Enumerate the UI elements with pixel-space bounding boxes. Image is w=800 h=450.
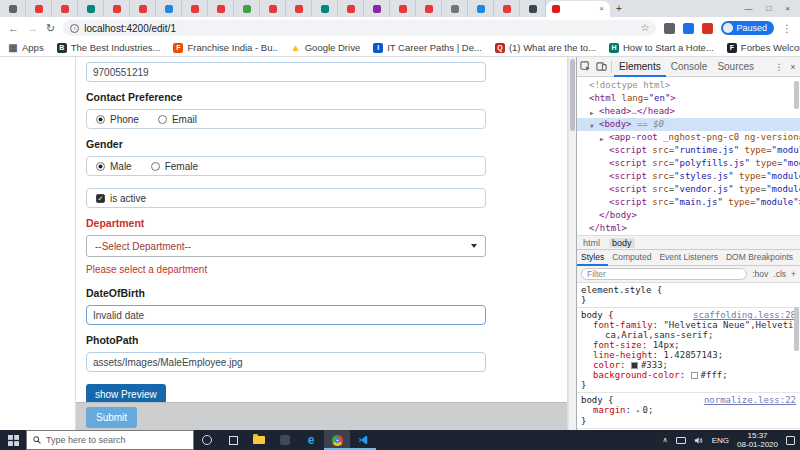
browser-tab[interactable] <box>416 0 442 17</box>
male-radio[interactable] <box>96 162 105 171</box>
tab-close-icon[interactable]: × <box>599 5 604 13</box>
css-property-value[interactable]: 1.42857143; <box>663 350 723 360</box>
css-property-value[interactable]: #333; <box>641 360 668 370</box>
taskbar-clock[interactable]: 15:37 08-01-2020 <box>737 431 778 449</box>
bookmark-item[interactable]: HHow to Start a Hote... <box>609 42 714 53</box>
department-select[interactable]: --Select Department-- <box>86 235 486 257</box>
bookmark-item[interactable]: ▲Google Drive <box>291 42 360 53</box>
css-property-name[interactable]: color <box>593 360 620 370</box>
browser-tab[interactable] <box>26 0 52 17</box>
dom-tree-node[interactable]: <html lang="en"> <box>577 92 800 105</box>
dom-tree-node[interactable]: <!doctype html> <box>577 79 800 92</box>
browser-tab[interactable] <box>182 0 208 17</box>
bookmark-item[interactable]: Q(1) What are the to... <box>495 42 596 53</box>
css-property-name[interactable]: font-family <box>593 320 653 330</box>
network-icon[interactable] <box>676 437 686 444</box>
show-preview-button[interactable]: show Preview <box>86 384 166 404</box>
tab-computed[interactable]: Computed <box>608 249 655 266</box>
bookmark-item[interactable]: ▦Apps <box>8 42 44 53</box>
browser-tab[interactable] <box>520 0 546 17</box>
css-property[interactable]: background-color: #fff; <box>581 370 796 380</box>
devtools-scrollbar-thumb[interactable] <box>794 81 799 109</box>
bookmark-star-icon[interactable]: ☆ <box>641 23 650 33</box>
dom-tree-node[interactable]: ▶<app-root _nghost-png-c0 ng-version="8.… <box>577 131 800 144</box>
browser-tab[interactable] <box>390 0 416 17</box>
date-of-birth-input[interactable] <box>86 305 486 325</box>
css-property-value[interactable]: 14px; <box>653 340 680 350</box>
class-toggle[interactable]: .cls <box>773 269 786 279</box>
browser-tab[interactable] <box>442 0 468 17</box>
file-explorer-icon[interactable] <box>246 430 272 450</box>
browser-tab[interactable] <box>156 0 182 17</box>
tab-sources[interactable]: Sources <box>712 57 759 77</box>
devtools-close-icon[interactable]: × <box>786 62 800 72</box>
css-property-name[interactable]: font-size <box>593 340 642 350</box>
color-swatch[interactable] <box>631 362 638 369</box>
dom-tree-node[interactable]: <script src="polyfills.js" type="module"… <box>577 157 800 170</box>
devtools-scrollbar-thumb[interactable] <box>794 307 799 351</box>
source-file-link[interactable]: scaffolding.less:28 <box>689 310 796 320</box>
new-style-rule-icon[interactable]: + <box>791 269 796 279</box>
shorthand-expander-icon[interactable]: ▸ <box>636 407 640 415</box>
dom-tree-node[interactable]: <script src="vendor.js" type="module"></… <box>577 183 800 196</box>
browser-menu-icon[interactable]: ⋮ <box>782 23 792 34</box>
active-tab[interactable]: × <box>546 1 610 17</box>
css-property-name[interactable]: margin <box>593 405 626 415</box>
vscode-icon[interactable] <box>350 430 376 450</box>
bookmark-item[interactable]: FFranchise India - Bu.. <box>173 42 277 53</box>
browser-tab[interactable] <box>234 0 260 17</box>
start-button[interactable] <box>0 430 26 450</box>
bookmark-item[interactable]: FForbes Welcome <box>727 42 800 53</box>
action-center-icon[interactable] <box>786 436 795 445</box>
browser-tab[interactable] <box>260 0 286 17</box>
styles-filter-input[interactable] <box>581 268 747 280</box>
dom-tree-node[interactable]: <script src="main.js" type="module"></sc… <box>577 196 800 209</box>
task-view-icon[interactable] <box>220 430 246 450</box>
pinned-app-icon[interactable] <box>272 430 298 450</box>
pseudo-state-toggle[interactable]: :hov <box>752 269 768 279</box>
back-icon[interactable]: ← <box>8 23 19 34</box>
css-selector[interactable]: body { <box>581 310 614 320</box>
extension-icon[interactable] <box>683 23 694 34</box>
cortana-icon[interactable] <box>194 430 220 450</box>
dom-tree-node[interactable]: <script src="styles.js" type="module"></… <box>577 170 800 183</box>
email-radio[interactable] <box>158 115 167 124</box>
reload-icon[interactable]: ↻ <box>46 23 55 34</box>
new-tab-button[interactable]: + <box>610 0 628 17</box>
css-property-value[interactable]: #fff; <box>701 370 728 380</box>
browser-tab[interactable] <box>78 0 104 17</box>
css-property[interactable]: color: #333; <box>581 360 796 370</box>
css-property[interactable]: line-height: 1.42857143; <box>581 350 796 360</box>
forward-icon[interactable]: → <box>27 23 38 34</box>
css-selector[interactable]: body { <box>581 395 614 405</box>
tab-event-listeners[interactable]: Event Listeners <box>655 249 722 266</box>
browser-tab[interactable] <box>286 0 312 17</box>
breadcrumb-html[interactable]: html <box>583 238 600 248</box>
css-property[interactable]: font-size: 14px; <box>581 340 796 350</box>
browser-tab[interactable] <box>338 0 364 17</box>
tray-expand-icon[interactable]: ∧ <box>663 436 668 444</box>
dom-tree-node[interactable]: </body> <box>577 209 800 222</box>
maximize-button[interactable]: □ <box>766 4 771 13</box>
minimize-button[interactable]: — <box>744 4 752 13</box>
inspect-icon[interactable] <box>577 57 593 77</box>
taskbar-search[interactable]: Type here to search <box>26 430 194 450</box>
browser-tab[interactable] <box>130 0 156 17</box>
css-property[interactable]: margin: ▸0; <box>581 405 796 416</box>
dom-tree-node[interactable]: ▶<head>…</head> <box>577 105 800 118</box>
css-property-name[interactable]: background-color <box>593 370 680 380</box>
css-property[interactable]: font-family: "Helvetica Neue",Helvetica,… <box>581 320 796 340</box>
volume-icon[interactable] <box>694 436 704 445</box>
scrollbar-thumb[interactable] <box>570 59 575 131</box>
browser-tab[interactable] <box>364 0 390 17</box>
browser-tab[interactable] <box>494 0 520 17</box>
language-indicator[interactable]: ENG <box>712 436 729 445</box>
bookmark-item[interactable]: BThe Best Industries... <box>57 42 161 53</box>
phone-input[interactable] <box>86 62 486 82</box>
phone-radio[interactable] <box>96 115 105 124</box>
tab-console[interactable]: Console <box>666 57 713 77</box>
tab-dom-breakpoints[interactable]: DOM Breakpoints <box>722 249 797 266</box>
css-property-name[interactable]: line-height <box>593 350 653 360</box>
browser-tab[interactable] <box>312 0 338 17</box>
submit-button[interactable]: Submit <box>86 407 137 428</box>
